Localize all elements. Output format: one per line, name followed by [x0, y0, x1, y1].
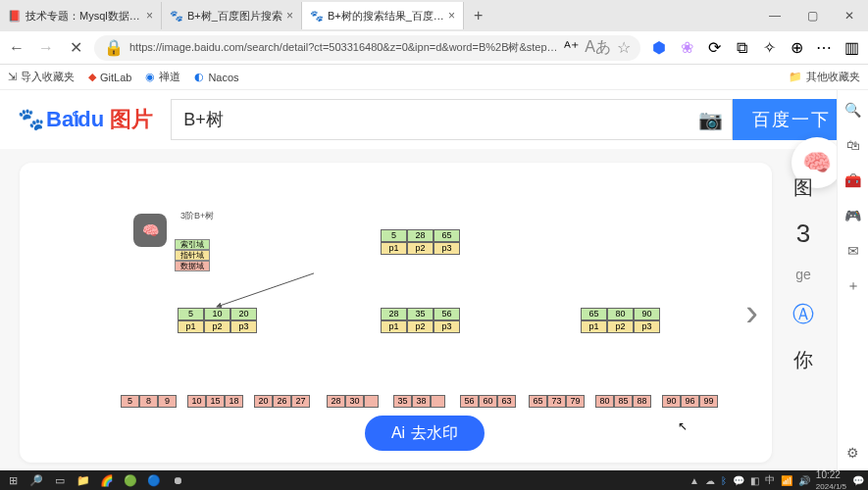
back-button[interactable]: ← [6, 37, 27, 59]
pdf-icon: 📕 [8, 9, 22, 23]
games-icon[interactable]: 🎮 [843, 206, 863, 225]
search-input[interactable] [172, 110, 689, 130]
search-icon[interactable]: 🔎 [27, 472, 45, 488]
maximize-icon[interactable]: ▢ [793, 0, 831, 31]
tray-icon[interactable]: ▲ [689, 475, 699, 486]
tools-icon[interactable]: 🧰 [843, 171, 863, 190]
side-info: 图 3 ge Ⓐ 你 [790, 163, 817, 463]
settings-icon[interactable]: ⚙ [843, 443, 863, 463]
side-label: 你 [790, 347, 817, 373]
import-icon: ⇲ [8, 71, 17, 83]
legend: 索引域 指针域 数据域 [175, 239, 210, 271]
explorer-icon[interactable]: 📁 [75, 472, 92, 488]
internal-node: 658090 p1p2p3 [581, 308, 660, 333]
plus-icon[interactable]: ＋ [843, 276, 863, 296]
cloud-icon[interactable]: ☁ [705, 475, 715, 486]
record-icon[interactable]: ⏺ [169, 472, 186, 488]
outlook-icon[interactable]: ✉ [843, 241, 863, 261]
bluetooth-icon[interactable]: ᛒ [721, 475, 727, 486]
bplus-tree-diagram: 🧠 3阶B+树 索引域 指针域 数据域 [20, 163, 772, 463]
sidebar-toggle-icon[interactable]: ▥ [841, 37, 862, 59]
close-icon[interactable]: × [448, 9, 455, 23]
bookmark-gitlab[interactable]: ◆GitLab [88, 71, 131, 83]
tab-title: B+树的搜索结果_百度图片搜索 [328, 9, 444, 24]
tray-icon[interactable]: ◧ [750, 475, 759, 486]
bookmarks-bar: ⇲导入收藏夹 ◆GitLab ◉禅道 ◐Nacos 📁其他收藏夹 [0, 65, 868, 90]
chrome-icon[interactable]: 🟢 [122, 472, 139, 488]
start-icon[interactable]: ⊞ [4, 472, 22, 488]
camera-icon[interactable]: 📷 [689, 108, 732, 131]
favorite-icon[interactable]: ☆ [617, 38, 631, 57]
result-area: 🧠 3阶B+树 索引域 指针域 数据域 [20, 163, 817, 463]
url-box[interactable]: 🔒 ᴬ⁺ Aあ ☆ [94, 35, 640, 61]
paw-icon: 🐾 [18, 107, 44, 132]
wifi-icon[interactable]: 📶 [781, 475, 792, 486]
tab-title: B+树_百度图片搜索 [187, 9, 282, 24]
ext-icon[interactable]: ❀ [676, 37, 697, 59]
collections-icon[interactable]: ⧉ [731, 37, 752, 59]
address-bar: ← → ✕ 🔒 ᴬ⁺ Aあ ☆ ⬢ ❀ ⟳ ⧉ ✧ ⊕ ⋯ ▥ [0, 31, 868, 65]
volume-icon[interactable]: 🔊 [798, 475, 810, 486]
url-input[interactable] [129, 42, 558, 54]
browser-tab[interactable]: 📕 技术专题：Mysql数据库（视图… × [0, 2, 162, 29]
system-tray: ▲ ☁ ᛒ 💬 ◧ 中 📶 🔊 10:222024/1/5 💬 [689, 469, 864, 490]
taskbar: ⊞ 🔎 ▭ 📁 🌈 🟢 🔵 ⏺ ▲ ☁ ᛒ 💬 ◧ 中 📶 🔊 10:22202… [0, 470, 868, 490]
tab-title: 技术专题：Mysql数据库（视图… [26, 9, 142, 24]
minimize-icon[interactable]: — [756, 0, 793, 31]
extensions-icon[interactable]: ✧ [758, 37, 780, 59]
shopping-icon[interactable]: 🛍 [843, 135, 863, 155]
tree-edges [20, 163, 314, 310]
ai-side-icon[interactable]: Ⓐ [790, 300, 817, 329]
ime-icon[interactable]: 中 [765, 473, 775, 487]
search-row: 🐾 Baiͦdu图片 📷 百度一下 [0, 90, 868, 149]
leaf-node: 589 [121, 395, 177, 408]
close-icon[interactable]: × [146, 9, 153, 23]
notifications-icon[interactable]: 💬 [852, 475, 864, 486]
bookmark-nacos[interactable]: ◐Nacos [194, 71, 238, 83]
internal-node: 283556 p1p2p3 [381, 308, 460, 333]
gitlab-icon: ◆ [88, 71, 96, 83]
next-image-button[interactable]: › [745, 292, 758, 334]
stop-button[interactable]: ✕ [65, 37, 86, 59]
internal-node: 51020 p1p2p3 [178, 308, 257, 333]
close-window-icon[interactable]: ✕ [831, 0, 868, 31]
browser-tab[interactable]: 🐾 B+树_百度图片搜索 × [162, 2, 302, 29]
new-tab-button[interactable]: + [464, 7, 492, 24]
leaf-node: 566063 [460, 395, 516, 408]
ai-icon: Ai [391, 424, 405, 442]
svg-line-0 [217, 246, 314, 307]
side-number: 3 [790, 219, 817, 249]
leaf-node: 2830 [327, 395, 379, 408]
translate-icon[interactable]: ᴬ⁺ [564, 38, 579, 57]
close-icon[interactable]: × [286, 9, 293, 23]
side-text: ge [790, 267, 817, 282]
search-icon[interactable]: 🔍 [843, 100, 863, 120]
wechat-icon[interactable]: 💬 [733, 475, 744, 486]
profile-icon[interactable]: ⋯ [813, 37, 835, 59]
image-viewer: 🧠 3阶B+树 索引域 指针域 数据域 [20, 163, 772, 463]
baidu-icon: 🐾 [310, 9, 324, 23]
refresh-icon[interactable]: ⟳ [703, 37, 725, 59]
baidu-logo[interactable]: 🐾 Baiͦdu图片 [18, 105, 153, 134]
leaf-node: 101518 [187, 395, 243, 408]
favorites-bar-icon[interactable]: ⊕ [786, 37, 807, 59]
clock[interactable]: 10:222024/1/5 [816, 469, 846, 490]
ext-icon[interactable]: ⬢ [648, 37, 670, 59]
browser-tab-active[interactable]: 🐾 B+树的搜索结果_百度图片搜索 × [302, 2, 464, 29]
page-content: 🐾 Baiͦdu图片 📷 百度一下 🧠 🧠 3阶B+树 索引域 指针域 数据域 [0, 90, 868, 470]
read-aloud-icon[interactable]: Aあ [585, 37, 611, 58]
task-view-icon[interactable]: ▭ [51, 472, 69, 488]
bookmark-chandao[interactable]: ◉禅道 [145, 70, 180, 84]
app-icon[interactable]: 🌈 [98, 472, 116, 488]
titlebar: 📕 技术专题：Mysql数据库（视图… × 🐾 B+树_百度图片搜索 × 🐾 B… [0, 0, 868, 31]
other-bookmarks[interactable]: 📁其他收藏夹 [789, 70, 860, 84]
search-button[interactable]: 百度一下 [733, 99, 850, 140]
forward-button[interactable]: → [35, 37, 57, 59]
leaf-node: 657379 [529, 395, 585, 408]
side-label: 图 [790, 174, 817, 201]
import-bookmarks[interactable]: ⇲导入收藏夹 [8, 70, 75, 84]
edge-side-panel: 🔍 🛍 🧰 🎮 ✉ ＋ ⚙ [837, 90, 868, 470]
edge-icon[interactable]: 🔵 [145, 472, 163, 488]
remove-watermark-button[interactable]: Ai去水印 [365, 416, 485, 451]
diagram-title: 3阶B+树 [180, 210, 214, 222]
